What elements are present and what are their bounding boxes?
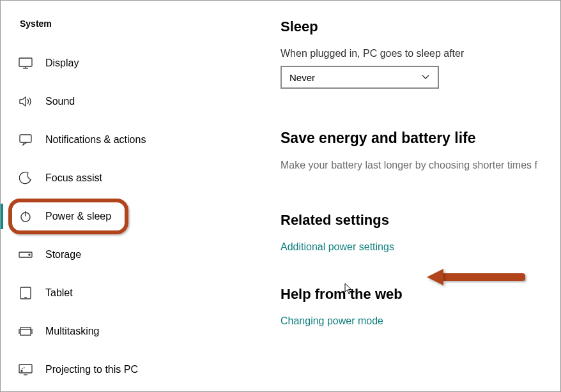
sleep-label: When plugged in, PC goes to sleep after xyxy=(280,48,560,59)
svg-rect-10 xyxy=(20,328,31,335)
energy-body: Make your battery last longer by choosin… xyxy=(280,160,560,171)
changing-power-mode-link[interactable]: Changing power mode xyxy=(280,315,560,327)
sidebar-title: System xyxy=(1,19,261,44)
sidebar-item-tablet[interactable]: Tablet xyxy=(1,274,261,312)
multitasking-icon xyxy=(19,324,33,338)
sidebar-item-sound[interactable]: Sound xyxy=(1,82,261,121)
sidebar-item-label: Display xyxy=(45,57,79,69)
sleep-section: Sleep When plugged in, PC goes to sleep … xyxy=(280,19,560,89)
chevron-down-icon xyxy=(421,74,430,80)
additional-power-settings-link[interactable]: Additional power settings xyxy=(280,241,560,253)
projecting-icon xyxy=(19,363,33,377)
sidebar: System Display Sound Notifications & act… xyxy=(1,1,261,391)
sleep-plugged-dropdown[interactable]: Never xyxy=(280,66,439,89)
sidebar-item-label: Multitasking xyxy=(45,326,99,337)
svg-rect-0 xyxy=(19,58,32,66)
related-heading: Related settings xyxy=(280,212,560,229)
sidebar-nav: Display Sound Notifications & actions Fo… xyxy=(1,44,261,389)
svg-point-7 xyxy=(29,254,30,255)
power-icon xyxy=(19,209,33,223)
energy-heading: Save energy and battery life xyxy=(280,130,560,147)
tablet-icon xyxy=(19,286,33,300)
main-panel: Sleep When plugged in, PC goes to sleep … xyxy=(261,1,560,391)
help-heading: Help from the web xyxy=(280,286,560,303)
sidebar-item-projecting[interactable]: Projecting to this PC xyxy=(1,351,261,389)
svg-rect-8 xyxy=(20,287,31,299)
sidebar-item-label: Sound xyxy=(45,96,75,107)
notifications-icon xyxy=(19,133,33,147)
sidebar-item-focus-assist[interactable]: Focus assist xyxy=(1,159,261,197)
sidebar-item-multitasking[interactable]: Multitasking xyxy=(1,312,261,351)
sidebar-item-label: Notifications & actions xyxy=(45,134,146,146)
sidebar-item-notifications[interactable]: Notifications & actions xyxy=(1,121,261,159)
storage-icon xyxy=(19,248,33,262)
related-section: Related settings Additional power settin… xyxy=(280,212,560,253)
sidebar-item-label: Storage xyxy=(45,249,81,260)
svg-point-15 xyxy=(21,370,22,372)
svg-rect-3 xyxy=(20,135,31,142)
help-section: Help from the web Changing power mode xyxy=(280,286,560,327)
sidebar-item-label: Tablet xyxy=(45,287,73,299)
display-icon xyxy=(19,56,33,70)
energy-section: Save energy and battery life Make your b… xyxy=(280,130,560,171)
sound-icon xyxy=(19,94,33,109)
focus-assist-icon xyxy=(19,171,33,185)
sleep-heading: Sleep xyxy=(280,19,560,35)
dropdown-value: Never xyxy=(289,72,315,83)
sidebar-item-label: Projecting to this PC xyxy=(45,364,138,375)
sidebar-item-label: Power & sleep xyxy=(45,211,111,222)
sidebar-item-storage[interactable]: Storage xyxy=(1,236,261,274)
sidebar-item-label: Focus assist xyxy=(45,172,102,184)
sidebar-item-power-sleep[interactable]: Power & sleep xyxy=(1,197,261,236)
sidebar-item-display[interactable]: Display xyxy=(1,44,261,82)
